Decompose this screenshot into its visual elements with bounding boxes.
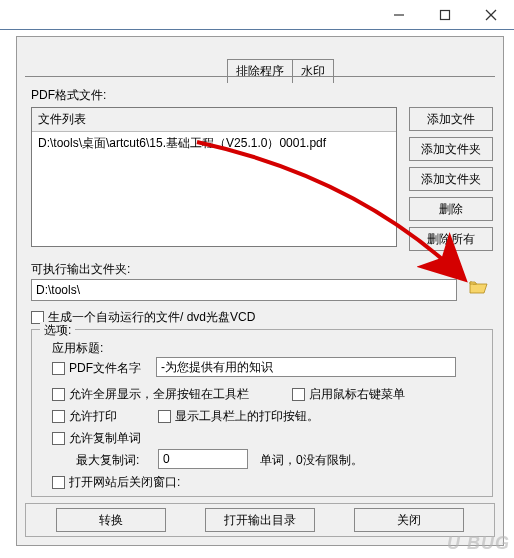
close-button[interactable]: [468, 0, 514, 30]
window-content: 排除程序 水印 PDF格式文件: 文件列表 D:\tools\桌面\artcut…: [16, 36, 504, 546]
bottom-bar: 转换 打开输出目录 关闭: [25, 503, 495, 537]
autorun-label: 生成一个自动运行的文件/ dvd光盘VCD: [48, 309, 255, 326]
output-folder-label: 可执行输出文件夹:: [31, 261, 130, 278]
pdf-filename-input[interactable]: [156, 357, 456, 377]
open-output-button[interactable]: 打开输出目录: [205, 508, 315, 532]
maximize-button[interactable]: [422, 0, 468, 30]
tab-exclude[interactable]: 排除程序: [227, 59, 293, 83]
allow-copyword-checkbox-row[interactable]: 允许复制单词: [52, 430, 141, 447]
svg-rect-1: [441, 10, 450, 19]
checkbox-icon: [52, 362, 65, 375]
tab-watermark[interactable]: 水印: [293, 59, 334, 83]
checkbox-icon: [52, 388, 65, 401]
allow-print-label: 允许打印: [69, 408, 117, 425]
checkbox-icon: [158, 410, 171, 423]
side-buttons: 添加文件 添加文件夹 添加文件夹 删除 删除所有: [409, 107, 493, 251]
fullscreen-label: 允许全屏显示，全屏按钮在工具栏: [69, 386, 249, 403]
rightclick-label: 启用鼠标右键菜单: [309, 386, 405, 403]
add-folder-button[interactable]: 添加文件夹: [409, 137, 493, 161]
convert-button[interactable]: 转换: [56, 508, 166, 532]
max-copyword-input[interactable]: [158, 449, 248, 469]
pdf-filename-checkbox-row[interactable]: PDF文件名字: [52, 360, 141, 377]
add-folder-button-2[interactable]: 添加文件夹: [409, 167, 493, 191]
checkbox-icon: [52, 476, 65, 489]
options-group-title: 选项:: [40, 322, 75, 339]
tab-divider: [25, 76, 495, 77]
app-title-label: 应用标题:: [52, 340, 103, 357]
minimize-button[interactable]: [376, 0, 422, 30]
folder-open-icon: [469, 279, 489, 298]
pdf-files-label: PDF格式文件:: [31, 87, 106, 104]
delete-all-button[interactable]: 删除所有: [409, 227, 493, 251]
toolbar-print-label: 显示工具栏上的打印按钮。: [175, 408, 319, 425]
max-copyword-after-label: 单词，0没有限制。: [260, 452, 363, 469]
pdf-filename-label: PDF文件名字: [69, 360, 141, 377]
tabs: 排除程序 水印: [227, 59, 334, 83]
file-list[interactable]: 文件列表 D:\tools\桌面\artcut6\15.基础工程（V25.1.0…: [31, 107, 397, 247]
allow-copyword-label: 允许复制单词: [69, 430, 141, 447]
checkbox-icon: [52, 410, 65, 423]
checkbox-icon: [292, 388, 305, 401]
close-after-site-label: 打开网站后关闭窗口:: [69, 474, 180, 491]
toolbar-print-checkbox-row[interactable]: 显示工具栏上的打印按钮。: [158, 408, 319, 425]
checkbox-icon: [52, 432, 65, 445]
rightclick-checkbox-row[interactable]: 启用鼠标右键菜单: [292, 386, 405, 403]
output-folder-input[interactable]: [31, 279, 457, 301]
add-file-button[interactable]: 添加文件: [409, 107, 493, 131]
close-after-site-checkbox-row[interactable]: 打开网站后关闭窗口:: [52, 474, 180, 491]
file-list-header[interactable]: 文件列表: [32, 108, 396, 132]
titlebar: [0, 0, 514, 30]
max-copyword-label: 最大复制词:: [76, 452, 139, 469]
delete-button[interactable]: 删除: [409, 197, 493, 221]
allow-print-checkbox-row[interactable]: 允许打印: [52, 408, 117, 425]
table-row[interactable]: D:\tools\桌面\artcut6\15.基础工程（V25.1.0）0001…: [32, 132, 396, 155]
browse-folder-button[interactable]: [467, 277, 491, 299]
fullscreen-checkbox-row[interactable]: 允许全屏显示，全屏按钮在工具栏: [52, 386, 249, 403]
close-bottom-button[interactable]: 关闭: [354, 508, 464, 532]
options-group: 选项: 应用标题: PDF文件名字 允许全屏显示，全屏按钮在工具栏 启用鼠标右键…: [31, 329, 493, 497]
